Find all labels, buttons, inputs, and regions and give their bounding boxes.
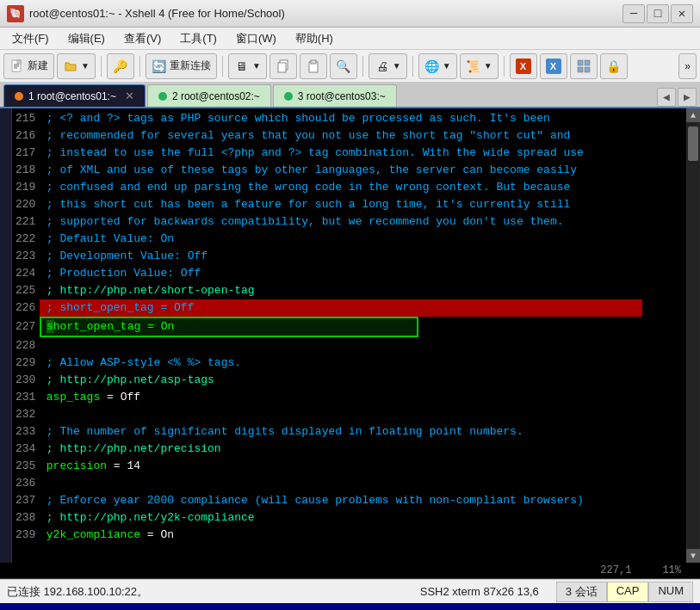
toolbar-separator-1 bbox=[101, 56, 102, 77]
reconnect-button[interactable]: 🔄 重新连接 bbox=[146, 53, 217, 79]
left-sidebar bbox=[0, 108, 12, 563]
monitor-icon: 🖥 bbox=[234, 59, 250, 74]
scrollbar-up-button[interactable]: ▲ bbox=[686, 108, 700, 122]
menu-help[interactable]: 帮助(H) bbox=[287, 29, 342, 48]
tab-1[interactable]: 1 root@centos01:~ ✕ bbox=[3, 84, 146, 107]
paste-icon bbox=[306, 59, 321, 74]
terminal-line: 228 bbox=[15, 337, 683, 354]
terminal-content[interactable]: 215 ; <? and ?> tags as PHP source which… bbox=[12, 108, 686, 563]
grid-button[interactable] bbox=[570, 53, 598, 79]
search-button[interactable]: 🔍 bbox=[330, 53, 357, 79]
terminal-line: 217 ; instead to use the full <?php and … bbox=[15, 145, 683, 162]
scrollbar-vertical[interactable]: ▲ ▼ bbox=[686, 108, 700, 563]
toolbar-separator-5 bbox=[412, 56, 413, 77]
xshell-button[interactable]: X bbox=[540, 53, 567, 79]
status-badges: 3 会话 CAP NUM bbox=[556, 582, 693, 602]
grid-icon bbox=[576, 59, 592, 74]
tab-next-button[interactable]: ▶ bbox=[678, 88, 697, 107]
paste-button[interactable] bbox=[300, 53, 327, 79]
terminal-line: 216 ; recommended for several years that… bbox=[15, 127, 683, 145]
menu-edit[interactable]: 编辑(E) bbox=[59, 29, 114, 48]
tab-nav: ◀ ▶ bbox=[657, 88, 697, 107]
toolbar-separator-2 bbox=[139, 56, 140, 77]
scrollbar-down-button[interactable]: ▼ bbox=[686, 549, 700, 563]
cursor-position: 227,1 11% bbox=[0, 563, 700, 579]
protocol-info: SSH2 xterm 87x26 13,6 bbox=[403, 585, 556, 598]
tab-label-1: 1 root@centos01:~ bbox=[28, 90, 116, 102]
maximize-button[interactable]: □ bbox=[647, 4, 669, 23]
svg-rect-9 bbox=[578, 60, 583, 65]
lock-icon: 🔒 bbox=[606, 59, 622, 74]
terminal-line: 232 bbox=[15, 406, 683, 423]
toolbar-separator-3 bbox=[222, 56, 223, 77]
menu-view[interactable]: 查看(V) bbox=[115, 29, 170, 48]
minimize-button[interactable]: ─ bbox=[623, 4, 645, 23]
status-bar: 已连接 192.168.100.10:22。 SSH2 xterm 87x26 … bbox=[0, 579, 700, 603]
tab-prev-button[interactable]: ◀ bbox=[657, 88, 676, 107]
key-icon: 🔑 bbox=[113, 59, 128, 74]
lock-button[interactable]: 🔒 bbox=[600, 53, 628, 79]
script-button[interactable]: 📜 ▼ bbox=[460, 53, 499, 79]
open-button[interactable]: ▼ bbox=[57, 53, 96, 79]
script-icon: 📜 bbox=[466, 59, 481, 74]
monitor-button[interactable]: 🖥 ▼ bbox=[228, 53, 267, 79]
print-icon: 🖨 bbox=[375, 59, 390, 74]
terminal-line: 224 ; Production Value: Off bbox=[15, 265, 683, 282]
copy-icon bbox=[276, 59, 291, 74]
terminal-line: 234 ; http://php.net/precision bbox=[15, 441, 683, 458]
menu-tools[interactable]: 工具(T) bbox=[171, 29, 226, 48]
terminal-line: 239 y2k_compliance = On bbox=[15, 527, 683, 544]
terminal-line: 229 ; Allow ASP-style <% %> tags. bbox=[15, 354, 683, 372]
svg-rect-8 bbox=[311, 60, 316, 64]
scrollbar-thumb[interactable] bbox=[688, 126, 698, 161]
terminal-line: 236 bbox=[15, 475, 683, 492]
xshell-icon: X bbox=[546, 59, 561, 74]
tab-dot-1 bbox=[15, 92, 23, 101]
tab-3[interactable]: 3 root@centos03:~ bbox=[273, 84, 397, 107]
key-button[interactable]: 🔑 bbox=[107, 53, 134, 79]
terminal-line: 225 ; http://php.net/short-open-tag bbox=[15, 282, 683, 299]
globe-icon: 🌐 bbox=[424, 59, 440, 74]
terminal-line: 238 ; http://php.net/y2k-compliance bbox=[15, 509, 683, 527]
folder-icon bbox=[63, 59, 78, 74]
toolbar-separator-4 bbox=[362, 56, 363, 77]
toolbar-separator-6 bbox=[504, 56, 505, 77]
svg-rect-10 bbox=[585, 60, 590, 65]
terminal-line: 227short_open_tag = On bbox=[15, 317, 683, 337]
svg-rect-11 bbox=[578, 67, 583, 72]
tab-2[interactable]: 2 root@centos02:~ bbox=[147, 84, 271, 107]
connection-status: 已连接 192.168.100.10:22。 bbox=[7, 584, 403, 600]
title-bar-left: 🐚 root@centos01:~ - Xshell 4 (Free for H… bbox=[7, 5, 285, 22]
app-icon: 🐚 bbox=[7, 5, 24, 22]
tab-dot-2 bbox=[158, 92, 167, 101]
copy-button[interactable] bbox=[269, 53, 297, 79]
num-badge: NUM bbox=[648, 582, 693, 602]
terminal-line: 235 precision = 14 bbox=[15, 458, 683, 475]
tab-bar: 1 root@centos01:~ ✕ 2 root@centos02:~ 3 … bbox=[0, 83, 700, 108]
terminal-line: 221 ; supported for backwards compatibil… bbox=[15, 213, 683, 231]
menu-window[interactable]: 窗口(W) bbox=[227, 29, 285, 48]
new-button[interactable]: 新建 bbox=[3, 53, 54, 79]
terminal-line: 226 ; short_open_tag = Off bbox=[15, 299, 683, 317]
terminal-line: 222 ; Default Value: On bbox=[15, 231, 683, 248]
globe-button[interactable]: 🌐 ▼ bbox=[418, 53, 457, 79]
xmanager-button[interactable]: X bbox=[510, 53, 537, 79]
tab-label-3: 3 root@centos03:~ bbox=[298, 90, 386, 102]
new-icon bbox=[9, 59, 25, 74]
terminal-line: 230 ; http://php.net/asp-tags bbox=[15, 372, 683, 389]
scrollbar-track[interactable] bbox=[687, 122, 699, 549]
terminal-container: 215 ; <? and ?> tags as PHP source which… bbox=[0, 108, 700, 563]
tab-label-2: 2 root@centos02:~ bbox=[172, 90, 260, 102]
terminal-line: 231 asp_tags = Off bbox=[15, 389, 683, 406]
tab-dot-3 bbox=[284, 92, 293, 101]
tab-close-1[interactable]: ✕ bbox=[125, 89, 134, 102]
terminal-line: 219 ; confused and end up parsing the wr… bbox=[15, 179, 683, 196]
svg-rect-1 bbox=[17, 60, 21, 64]
terminal-line: 220 ; this short cut has been a feature … bbox=[15, 196, 683, 213]
terminal-line: 237 ; Enforce year 2000 compliance (will… bbox=[15, 492, 683, 509]
close-button[interactable]: ✕ bbox=[671, 4, 693, 23]
print-button[interactable]: 🖨 ▼ bbox=[369, 53, 407, 79]
overflow-button[interactable]: » bbox=[678, 53, 697, 79]
menu-file[interactable]: 文件(F) bbox=[3, 29, 58, 48]
terminal-line: 223 ; Development Value: Off bbox=[15, 248, 683, 265]
